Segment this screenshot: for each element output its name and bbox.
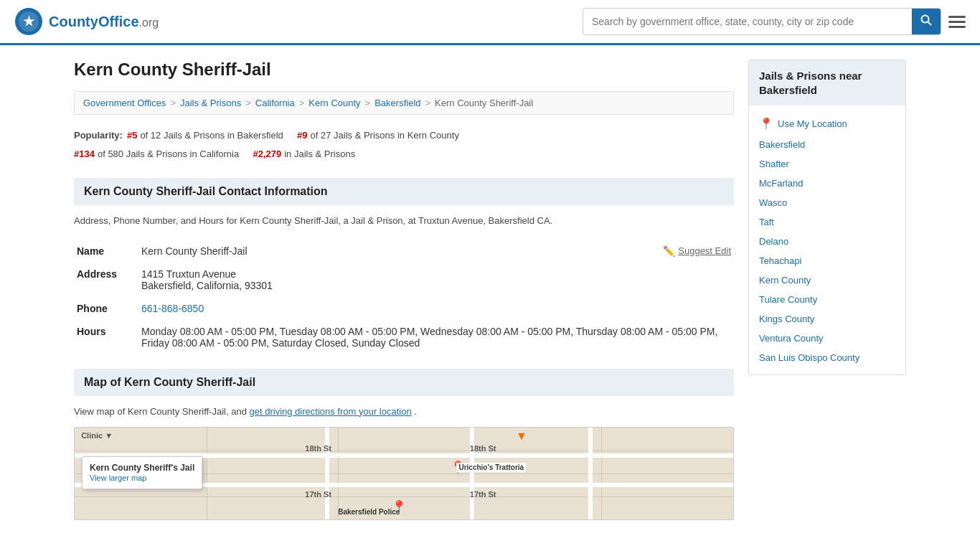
popup-view-larger-link[interactable]: View larger map [90,474,146,482]
popularity-rank2: #9 of 27 Jails & Prisons in Kern County [297,126,459,145]
address-label: Address [74,263,138,297]
sidebar-use-my-location[interactable]: 📍 Use My Location [749,113,905,135]
breadcrumb-link-government-offices[interactable]: Government Offices [83,98,166,108]
svg-line-4 [928,22,932,26]
sidebar-item-kings-county[interactable]: Kings County [749,309,905,329]
phone-value: 661-868-6850 [138,297,734,320]
sidebar-link-kern-county[interactable]: Kern County [759,275,811,286]
phone-link[interactable]: 661-868-6850 [141,303,204,314]
use-my-location-link[interactable]: Use My Location [778,118,847,129]
popularity-label: Popularity: [74,126,123,145]
sidebar-item-tulare-county[interactable]: Tulare County [749,290,905,309]
hours-label: Hours [74,320,138,354]
driving-directions-link[interactable]: get driving directions from your locatio… [250,406,412,417]
breadcrumb-link-kern-county[interactable]: Kern County [308,98,360,108]
logo-text: CountyOffice.org [49,14,159,30]
sidebar-title: Jails & Prisons near Bakersfield [749,60,905,105]
map-popup: Kern County Sheriff's Jail View larger m… [82,456,202,489]
table-row-address: Address 1415 Truxtun Avenue Bakersfield,… [74,263,734,297]
sidebar-link-delano[interactable]: Delano [759,236,788,247]
hours-value: Monday 08:00 AM - 05:00 PM, Tuesday 08:0… [138,320,734,354]
sidebar-item-bakersfield[interactable]: Bakersfield [749,135,905,154]
road-label-18th-right: 18th St [470,444,496,453]
popularity-rank3: #134 of 580 Jails & Prisons in Californi… [74,145,239,164]
breadcrumb-sep-4: > [365,98,371,108]
sidebar-item-san-luis-obispo-county[interactable]: San Luis Obispo County [749,348,905,367]
sidebar-item-shafter[interactable]: Shafter [749,154,905,174]
table-row-phone: Phone 661-868-6850 [74,297,734,320]
search-bar [583,8,941,35]
sidebar-link-kings-county[interactable]: Kings County [759,314,814,324]
sidebar-item-mcfarland[interactable]: McFarland [749,174,905,193]
road-label-17th-left: 17th St [305,490,331,499]
content-area: Kern County Sheriff-Jail Government Offi… [74,60,734,520]
sidebar-box: Jails & Prisons near Bakersfield 📍 Use M… [748,60,906,375]
search-input[interactable] [583,10,912,33]
hamburger-menu-button[interactable] [948,16,966,28]
table-row-name: Name Kern County Sheriff-Jail ✏️ Suggest… [74,240,734,263]
top-pin: ▼ [516,430,527,443]
svg-point-3 [922,16,929,23]
breadcrumb-link-jails-prisons[interactable]: Jails & Prisons [180,98,241,108]
breadcrumb-sep-5: > [425,98,431,108]
site-header: ★ CountyOffice.org [0,0,980,45]
breadcrumb-link-california[interactable]: California [255,98,295,108]
table-row-hours: Hours Monday 08:00 AM - 05:00 PM, Tuesda… [74,320,734,354]
contact-description: Address, Phone Number, and Hours for Ker… [74,214,734,228]
sidebar-item-kern-county[interactable]: Kern County [749,270,905,290]
suggest-edit-button[interactable]: ✏️ Suggest Edit [663,245,731,257]
sidebar-item-ventura-county[interactable]: Ventura County [749,329,905,348]
header-right [583,8,966,35]
sidebar-link-ventura-county[interactable]: Ventura County [759,333,824,344]
breadcrumb-current: Kern County Sheriff-Jail [435,98,533,108]
map-section-header: Map of Kern County Sheriff-Jail [74,369,734,396]
sidebar-link-san-luis-obispo-county[interactable]: San Luis Obispo County [759,352,859,363]
road-label-18th-left: 18th St [305,444,331,453]
breadcrumb-sep-1: > [170,98,176,108]
popularity-rank1: #5 of 12 Jails & Prisons in Bakersfield [127,126,283,145]
breadcrumb: Government Offices > Jails & Prisons > C… [74,91,734,115]
breadcrumb-sep-2: > [245,98,251,108]
sidebar-item-tehachapi[interactable]: Tehachapi [749,251,905,270]
main-container: Kern County Sheriff-Jail Government Offi… [60,45,920,534]
address-value: 1415 Truxtun Avenue Bakersfield, Califor… [138,263,734,297]
police-label: Bakersfield Police [338,508,400,516]
sidebar-item-wasco[interactable]: Wasco [749,193,905,212]
restaurant-label: Uricchio's Trattoria [456,463,526,472]
sidebar-link-bakersfield[interactable]: Bakersfield [759,139,805,150]
sidebar-item-taft[interactable]: Taft [749,212,905,232]
popularity-rank4: #2,279 in Jails & Prisons [253,145,355,164]
search-icon [920,14,932,26]
sidebar: Jails & Prisons near Bakersfield 📍 Use M… [748,60,906,520]
svg-text:★: ★ [23,14,35,29]
sidebar-link-tulare-county[interactable]: Tulare County [759,294,817,305]
sidebar-item-delano[interactable]: Delano [749,232,905,251]
sidebar-list: 📍 Use My Location Bakersfield Shafter Mc… [749,105,905,375]
map-description: View map of Kern County Sheriff-Jail, an… [74,405,734,419]
logo-icon: ★ [14,7,43,36]
popularity-section: Popularity: #5 of 12 Jails & Prisons in … [74,126,734,164]
search-button[interactable] [912,9,941,34]
road-label-clinic: Clinic ▼ [81,431,113,440]
contact-section-header: Kern County Sheriff-Jail Contact Informa… [74,178,734,205]
sidebar-link-tehachapi[interactable]: Tehachapi [759,255,801,266]
sidebar-link-wasco[interactable]: Wasco [759,197,787,208]
page-title: Kern County Sheriff-Jail [74,60,734,80]
suggest-edit-icon: ✏️ [663,245,675,257]
map-container[interactable]: 18th St 18th St 17th St 17th St Clinic ▼… [74,427,734,520]
popup-title: Kern County Sheriff's Jail [90,463,194,473]
location-pin-icon: 📍 [759,117,773,131]
phone-label: Phone [74,297,138,320]
road-label-17th-right: 17th St [470,490,496,499]
name-label: Name [74,240,138,263]
name-value: Kern County Sheriff-Jail ✏️ Suggest Edit [138,240,734,263]
sidebar-link-mcfarland[interactable]: McFarland [759,178,803,189]
contact-info-table: Name Kern County Sheriff-Jail ✏️ Suggest… [74,240,734,354]
hamburger-icon [948,16,966,28]
breadcrumb-sep-3: > [299,98,305,108]
sidebar-link-taft[interactable]: Taft [759,217,774,227]
breadcrumb-link-bakersfield[interactable]: Bakersfield [374,98,420,108]
logo-area: ★ CountyOffice.org [14,7,159,36]
sidebar-link-shafter[interactable]: Shafter [759,159,789,169]
